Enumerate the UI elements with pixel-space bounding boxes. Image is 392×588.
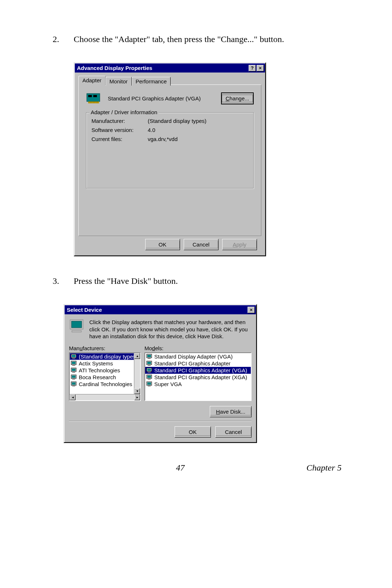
svg-rect-25 <box>72 376 75 378</box>
tab-panel-adapter: Standard PCI Graphics Adapter (VGA) Chan… <box>78 84 261 236</box>
dialog-title: Advanced Display Properties <box>77 65 248 71</box>
groupbox-title: Adapter / Driver information <box>89 109 159 115</box>
instruction-text: Click the Display adapters that matches … <box>89 319 252 340</box>
list-item[interactable]: Standard Display Adapter (VGA) <box>145 353 251 360</box>
svg-rect-20 <box>72 365 75 366</box>
close-icon[interactable]: × <box>257 65 264 71</box>
dialog-title: Select Device <box>67 307 247 313</box>
list-item[interactable]: Standard PCI Graphics Adapter (XGA) <box>145 374 251 381</box>
svg-rect-12 <box>72 321 82 328</box>
titlebar: Advanced Display Properties ? × <box>75 63 265 73</box>
titlebar: Select Device × <box>65 305 256 314</box>
chapter-label: Chapter 5 <box>306 463 342 473</box>
manufacturer-label: Manufacturer: <box>91 118 148 124</box>
step-number: 2. <box>53 34 74 44</box>
manufacturers-label: Manufacturers: <box>69 345 141 351</box>
list-item[interactable]: ATI Technologies <box>70 367 134 374</box>
svg-rect-19 <box>72 362 75 364</box>
models-label: Models: <box>144 345 252 351</box>
change-button[interactable]: Change... <box>221 92 254 104</box>
manufacturers-listbox[interactable]: (Standard display types)Actix SystemsATI… <box>69 352 141 401</box>
list-item[interactable]: Standard PCI Graphics Adapter (VGA) <box>145 367 251 374</box>
page-footer: 47 Chapter 5 <box>53 463 343 473</box>
svg-rect-43 <box>147 382 151 385</box>
advanced-display-properties-dialog: Advanced Display Properties ? × Adapter … <box>74 62 266 256</box>
software-version-value: 4.0 <box>148 127 155 133</box>
device-icon <box>71 374 77 380</box>
svg-rect-28 <box>72 382 75 385</box>
svg-rect-40 <box>147 376 151 378</box>
scroll-left-icon[interactable]: ◂ <box>70 394 75 400</box>
current-files-value: vga.drv,*vdd <box>148 136 177 142</box>
step-3: 3. Press the "Have Disk" button. <box>53 276 343 286</box>
adapter-driver-info-groupbox: Adapter / Driver information Manufacture… <box>86 112 254 189</box>
device-icon <box>146 381 153 387</box>
device-icon <box>146 354 153 359</box>
device-icon <box>146 374 153 380</box>
tab-monitor[interactable]: Monitor <box>106 77 132 86</box>
software-version-label: Software version: <box>91 127 148 133</box>
svg-rect-44 <box>148 386 151 386</box>
device-icon <box>146 361 153 366</box>
svg-rect-1 <box>88 95 92 97</box>
svg-rect-14 <box>72 331 81 332</box>
current-files-label: Current files: <box>91 136 148 142</box>
svg-rect-17 <box>72 358 75 359</box>
svg-rect-16 <box>72 355 75 357</box>
select-device-dialog: Select Device × Click the <box>64 304 257 443</box>
svg-rect-26 <box>72 379 75 380</box>
device-icon <box>71 381 77 387</box>
adapter-card-icon <box>86 92 101 104</box>
list-item[interactable]: Boca Research <box>70 374 134 381</box>
svg-rect-22 <box>72 369 75 371</box>
device-icon <box>71 361 77 366</box>
step-2: 2. Choose the "Adapter" tab, then press … <box>53 34 343 44</box>
step-text: Press the "Have Disk" button. <box>74 276 343 286</box>
svg-rect-41 <box>148 379 151 380</box>
svg-rect-37 <box>147 369 151 371</box>
apply-button: Apply <box>222 239 257 250</box>
scroll-up-icon[interactable]: ▴ <box>134 353 140 359</box>
scrollbar-vertical[interactable]: ▴ ▾ <box>134 353 140 394</box>
page-number: 47 <box>176 463 185 473</box>
svg-rect-32 <box>148 358 151 359</box>
svg-rect-0 <box>87 94 100 102</box>
svg-rect-31 <box>147 355 151 357</box>
list-item[interactable]: Super VGA <box>145 381 251 388</box>
ok-button[interactable]: OK <box>175 426 211 438</box>
adapter-name: Standard PCI Graphics Adapter (VGA) <box>108 95 221 102</box>
device-icon <box>71 354 77 359</box>
cancel-button[interactable]: Cancel <box>184 239 219 250</box>
svg-rect-34 <box>147 362 151 364</box>
step-text: Choose the "Adapter" tab, then press the… <box>74 34 343 44</box>
monitor-icon <box>69 319 85 333</box>
step-number: 3. <box>53 276 74 286</box>
svg-rect-29 <box>72 386 75 386</box>
svg-rect-2 <box>93 95 97 97</box>
svg-rect-23 <box>72 372 75 373</box>
list-item[interactable]: Cardinal Technologies <box>70 381 134 388</box>
svg-rect-35 <box>148 365 151 366</box>
device-icon <box>71 368 77 373</box>
scroll-down-icon[interactable]: ▾ <box>134 388 140 394</box>
device-icon <box>146 368 153 373</box>
list-item[interactable]: Actix Systems <box>70 360 134 367</box>
models-listbox[interactable]: Standard Display Adapter (VGA)Standard P… <box>144 352 252 401</box>
manufacturer-value: (Standard display types) <box>148 118 207 124</box>
tab-performance[interactable]: Performance <box>132 77 171 86</box>
help-icon[interactable]: ? <box>249 65 256 71</box>
scroll-right-icon[interactable]: ▸ <box>134 394 140 400</box>
have-disk-button[interactable]: Have Disk... <box>210 406 252 417</box>
close-icon[interactable]: × <box>248 307 255 313</box>
svg-rect-38 <box>148 372 151 373</box>
ok-button[interactable]: OK <box>145 239 180 250</box>
cancel-button[interactable]: Cancel <box>215 426 252 438</box>
list-item[interactable]: (Standard display types) <box>70 353 134 360</box>
list-item[interactable]: Standard PCI Graphics Adapter <box>145 360 251 367</box>
tab-adapter[interactable]: Adapter <box>78 76 106 85</box>
scrollbar-horizontal[interactable]: ◂ ▸ <box>70 394 140 400</box>
